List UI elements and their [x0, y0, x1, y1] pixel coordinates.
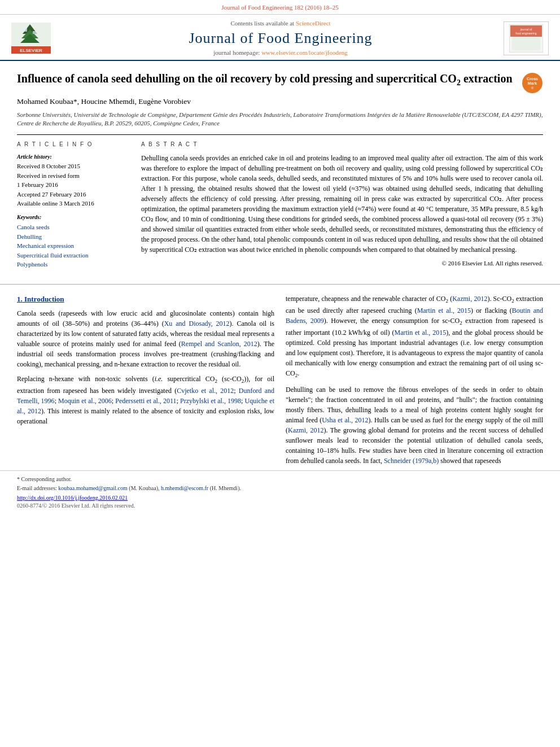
svg-text:®: ® — [531, 86, 534, 90]
revised-label: Received in revised form — [17, 172, 130, 180]
intro-heading: 1. Introduction — [17, 294, 274, 305]
svg-rect-6 — [33, 31, 37, 34]
svg-text:food engineering: food engineering — [515, 32, 536, 35]
journal-thumbnail: journal of food engineering — [509, 24, 543, 53]
intro-para-1: Canola seeds (rapeseeds with low erucic … — [17, 308, 274, 369]
svg-text:journal of: journal of — [520, 28, 532, 31]
top-bar: Journal of Food Engineering 182 (2016) 1… — [0, 0, 560, 15]
journal-header: ELSEVIER Contents lists available at Sci… — [0, 15, 560, 60]
ref-przybylski[interactable]: Przybylski et al., 1998 — [180, 397, 241, 405]
article-info-heading: A R T I C L E I N F O — [17, 141, 130, 148]
email-link-2[interactable]: h.mhemdi@escom.fr — [161, 485, 208, 491]
ref-boutin[interactable]: Boutin and Badens, 2009 — [286, 307, 543, 325]
abstract-col: A B S T R A C T Dehulling canola seeds p… — [141, 141, 543, 269]
crossmark-icon: Cross Mark ® — [522, 72, 543, 94]
journal-thumb: journal of food engineering — [504, 21, 549, 55]
keyword-1[interactable]: Canola seeds — [17, 223, 130, 231]
keyword-5[interactable]: Polyphenols — [17, 260, 130, 269]
svg-text:Mark: Mark — [528, 81, 537, 85]
journal-title-area: Contents lists available at ScienceDirec… — [58, 19, 504, 57]
received-date: Received 8 October 2015 — [17, 162, 130, 171]
right-para-1: temperature, cheapness and the renewable… — [286, 294, 543, 380]
ref-xu-diosady[interactable]: Xu and Diosady, 2012 — [164, 320, 230, 327]
keyword-3[interactable]: Mechanical expression — [17, 242, 130, 250]
title-row: Influence of canola seed dehulling on th… — [17, 71, 543, 97]
section-divider — [0, 284, 560, 285]
homepage-url[interactable]: www.elsevier.com/locate/jfoodeng — [261, 49, 348, 56]
ref-kazmi[interactable]: Kazmi, 2012 — [452, 295, 487, 303]
journal-title: Journal of Food Engineering — [58, 28, 504, 49]
sciencedirect-line: Contents lists available at ScienceDirec… — [58, 19, 504, 28]
keywords-label: Keywords: — [17, 213, 130, 221]
abstract-text: Dehulling canola seeds provides an enric… — [141, 153, 543, 255]
keyword-2[interactable]: Dehulling — [17, 233, 130, 241]
email-link-1[interactable]: koubaa.mohamed@gmail.com — [58, 485, 128, 491]
corresp-note: * Corresponding author. — [17, 475, 543, 483]
crossmark-badge[interactable]: Cross Mark ® — [522, 72, 543, 97]
doi-anchor[interactable]: http://dx.doi.org/10.1016/j.jfoodeng.201… — [17, 495, 128, 501]
keywords-section: Keywords: Canola seeds Dehulling Mechani… — [17, 213, 130, 269]
title-area: Influence of canola seed dehulling on th… — [17, 71, 515, 94]
footer: * Corresponding author. E-mail addresses… — [0, 470, 560, 513]
affiliation: Sorbonne Universités, Université de Tech… — [17, 111, 543, 128]
right-para-2: Dehulling can be used to remove the fibr… — [286, 385, 543, 466]
body-right-col: temperature, cheapness and the renewable… — [286, 294, 543, 470]
body-left-col: 1. Introduction Canola seeds (rapeseeds … — [17, 294, 274, 470]
intro-para-2: Replacing n-hexane with non-toxic solven… — [17, 374, 274, 426]
ref-kazmi2[interactable]: Kazmi, 2012 — [288, 426, 323, 434]
svg-rect-13 — [512, 38, 540, 50]
svg-rect-5 — [23, 28, 27, 32]
online-date: Available online 3 March 2016 — [17, 199, 130, 208]
ref-moquin[interactable]: Moquin et al., 2006 — [58, 397, 112, 405]
email-note: E-mail addresses: koubaa.mohamed@gmail.c… — [17, 484, 543, 492]
paper-main: Influence of canola seed dehulling on th… — [0, 61, 560, 276]
issn-line: 0260-8774/© 2016 Elsevier Ltd. All right… — [17, 502, 543, 510]
svg-rect-10 — [510, 25, 542, 37]
accepted-date: Accepted 27 February 2016 — [17, 190, 130, 199]
keyword-4[interactable]: Supercritical fluid extraction — [17, 251, 130, 260]
revised-date: 1 February 2016 — [17, 181, 130, 189]
article-history-label: Article history: — [17, 153, 130, 161]
article-body: A R T I C L E I N F O Article history: R… — [17, 134, 543, 269]
ref-cvjetko[interactable]: Cvjetko et al., 2012 — [177, 387, 234, 395]
body-content: 1. Introduction Canola seeds (rapeseeds … — [0, 294, 560, 470]
ref-rempel[interactable]: Rempel and Scanlon, 2012 — [181, 340, 257, 348]
ref-pederssetti[interactable]: Pederssetti et al., 2011 — [115, 397, 176, 405]
copyright-line: © 2016 Elsevier Ltd. All rights reserved… — [141, 259, 543, 268]
ref-usha[interactable]: Usha et al., 2012 — [322, 416, 368, 424]
authors: Mohamed Koubaa*, Houcine Mhemdi, Eugène … — [17, 97, 543, 107]
logo-area: ELSEVIER — [11, 23, 58, 54]
svg-text:ELSEVIER: ELSEVIER — [20, 48, 42, 53]
ref-martin-2015b[interactable]: Martin et al., 2015 — [394, 329, 446, 337]
paper-title: Influence of canola seed dehulling on th… — [17, 71, 515, 88]
elsevier-logo: ELSEVIER — [11, 23, 51, 54]
ref-schneider[interactable]: Schneider (1979a,b) — [384, 457, 439, 465]
svg-text:Cross: Cross — [527, 77, 538, 81]
article-info-col: A R T I C L E I N F O Article history: R… — [17, 141, 130, 269]
journal-homepage: journal homepage: www.elsevier.com/locat… — [58, 49, 504, 57]
sciencedirect-link[interactable]: ScienceDirect — [296, 20, 331, 27]
ref-martin-2015[interactable]: Martin et al., 2015 — [417, 307, 471, 314]
doi-link[interactable]: http://dx.doi.org/10.1016/j.jfoodeng.201… — [17, 494, 543, 502]
abstract-heading: A B S T R A C T — [141, 141, 543, 148]
